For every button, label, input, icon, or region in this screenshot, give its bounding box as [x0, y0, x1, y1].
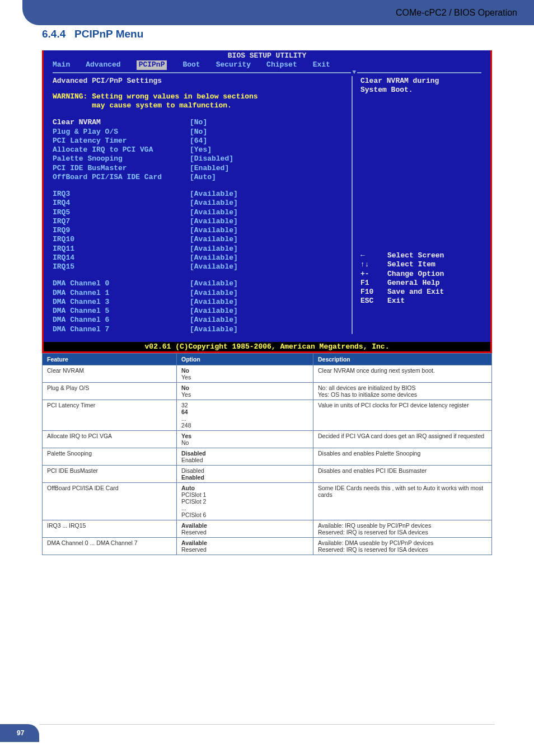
option-value: PCISlot 6 [181, 511, 308, 518]
bios-setting-value: [Available] [190, 217, 238, 226]
option-value: Yes [181, 374, 308, 381]
option-value: 32 [181, 402, 308, 408]
table-row: PCI Latency Timer3264...248Value in unit… [43, 400, 492, 430]
bios-nav-text: Select Screen [387, 251, 444, 260]
bios-copyright: v02.61 (C)Copyright 1985-2006, American … [44, 342, 490, 351]
bios-setting-row[interactable]: PCI Latency Timer[64] [53, 137, 352, 145]
bios-setting-row[interactable]: IRQ15[Available] [53, 262, 352, 271]
bios-setting-label: Clear NVRAM [53, 118, 190, 127]
bios-setting-value: [Available] [190, 226, 238, 235]
bios-setting-value: [Available] [190, 190, 238, 199]
cell-option: NoYes [177, 365, 313, 382]
bios-tab-chipset[interactable]: Chipset [266, 60, 297, 69]
bios-setting-row[interactable]: IRQ7[Available] [53, 217, 352, 226]
bios-setting-label: PCI Latency Timer [53, 137, 190, 145]
page-footer: 97 [0, 724, 534, 742]
bios-setting-row[interactable]: DMA Channel 3[Available] [53, 298, 352, 307]
bios-screen: BIOS SETUP UTILITY MainAdvancedPCIPnPBoo… [44, 50, 490, 342]
bios-tab-security[interactable]: Security [216, 60, 251, 69]
bios-setting-row[interactable]: Clear NVRAM[No] [53, 118, 352, 127]
bios-setting-value: [No] [190, 118, 207, 127]
bios-setting-row[interactable]: Allocate IRQ to PCI VGA[Yes] [53, 145, 352, 154]
breadcrumb: COMe-cPC2 / BIOS Operation [396, 8, 517, 18]
bios-setting-row[interactable]: PCI IDE BusMaster[Enabled] [53, 164, 352, 173]
option-value: No [181, 367, 308, 374]
bios-setting-label: Plug & Play O/S [53, 128, 190, 137]
bios-nav-key: ← [360, 251, 387, 260]
option-value: Disabled [181, 467, 308, 474]
bios-setting-value: [Available] [190, 208, 238, 217]
bios-setting-value: [Yes] [190, 145, 212, 154]
bios-setting-row[interactable]: DMA Channel 6[Available] [53, 316, 352, 325]
bios-setting-value: [Available] [190, 253, 238, 262]
bios-tab-boot[interactable]: Boot [182, 60, 200, 69]
bios-panel-heading: Advanced PCI/PnP Settings [53, 77, 352, 86]
cell-feature: DMA Channel 0 ... DMA Channel 7 [43, 537, 177, 555]
cell-option: DisabledEnabled [177, 448, 313, 465]
bios-setting-label: Allocate IRQ to PCI VGA [53, 145, 190, 154]
bios-setting-row[interactable]: IRQ10[Available] [53, 235, 352, 244]
bios-setting-row[interactable]: Palette Snooping[Disabled] [53, 154, 352, 163]
bios-tab-main[interactable]: Main [53, 60, 70, 69]
cell-description: No: all devices are initialized by BIOS … [313, 382, 492, 400]
bios-setting-label: IRQ4 [53, 199, 190, 208]
bios-setting-row[interactable]: IRQ4[Available] [53, 199, 352, 208]
bios-setting-row[interactable]: OffBoard PCI/ISA IDE Card[Auto] [53, 173, 352, 182]
th-feature: Feature [43, 353, 177, 365]
bios-setting-label: IRQ11 [53, 245, 190, 253]
bios-setting-label: IRQ3 [53, 190, 190, 199]
table-row: Allocate IRQ to PCI VGAYesNoDecided if P… [43, 430, 492, 448]
cell-feature: IRQ3 ... IRQ15 [43, 520, 177, 537]
cell-description: Disables and enables Palette Snooping [313, 448, 492, 465]
bios-tab-advanced[interactable]: Advanced [86, 60, 120, 69]
bios-setting-row[interactable]: IRQ11[Available] [53, 245, 352, 253]
bios-nav-hint: ←Select Screen [360, 251, 481, 260]
bios-nav-hint: ↑↓Select Item [360, 260, 481, 269]
bios-setting-row[interactable]: DMA Channel 7[Available] [53, 325, 352, 334]
bios-setting-row[interactable]: IRQ9[Available] [53, 226, 352, 235]
bios-nav-hint: F1General Help [360, 279, 481, 288]
bios-setting-value: [Disabled] [190, 154, 233, 163]
option-value: Disabled [181, 450, 308, 457]
cell-option: DisabledEnabled [177, 465, 313, 482]
bios-setting-label: IRQ9 [53, 226, 190, 235]
cell-description: Available: DMA useable by PCI/PnP device… [313, 537, 492, 555]
bios-tab-pcipnp[interactable]: PCIPnP [137, 60, 167, 69]
bios-setting-row[interactable]: DMA Channel 5[Available] [53, 307, 352, 316]
bios-setting-label: IRQ5 [53, 208, 190, 217]
cell-option: NoYes [177, 382, 313, 400]
bios-title: BIOS SETUP UTILITY [45, 51, 489, 60]
option-value: 248 [181, 422, 308, 429]
bios-setting-row[interactable]: DMA Channel 0[Available] [53, 279, 352, 288]
bios-nav-key: ESC [360, 297, 387, 306]
bios-setting-label: DMA Channel 1 [53, 289, 190, 298]
bios-setting-row[interactable]: Plug & Play O/S[No] [53, 128, 352, 137]
bios-setting-value: [Available] [190, 262, 238, 271]
bios-setting-row[interactable]: IRQ5[Available] [53, 208, 352, 217]
bios-setting-value: [Available] [190, 307, 238, 316]
th-option: Option [177, 353, 313, 365]
table-row: PCI IDE BusMasterDisabledEnabledDisables… [43, 465, 492, 482]
cell-description: Disables and enables PCI IDE Busmaster [313, 465, 492, 482]
bios-nav-text: General Help [387, 279, 440, 288]
cell-description: Decided if PCI VGA card does get an IRQ … [313, 430, 492, 448]
bios-nav-key: F1 [360, 279, 387, 288]
bios-setting-label: DMA Channel 6 [53, 316, 190, 325]
bios-setting-row[interactable]: DMA Channel 1[Available] [53, 289, 352, 298]
bios-setting-label: DMA Channel 5 [53, 307, 190, 316]
cell-option: AvailableReserved [177, 537, 313, 555]
option-value: 64 [181, 408, 308, 415]
option-value: PCISlot 2 [181, 498, 308, 505]
bios-container: BIOS SETUP UTILITY MainAdvancedPCIPnPBoo… [42, 50, 492, 353]
bios-help-line: System Boot. [360, 86, 481, 95]
bios-setting-row[interactable]: IRQ14[Available] [53, 253, 352, 262]
cell-option: AutoPCISlot 1PCISlot 2...PCISlot 6 [177, 482, 313, 520]
option-value: Yes [181, 391, 308, 398]
cell-feature: Allocate IRQ to PCI VGA [43, 430, 177, 448]
bios-setting-label: IRQ7 [53, 217, 190, 226]
bios-setting-value: [Enabled] [190, 164, 229, 173]
bios-tab-exit[interactable]: Exit [313, 60, 330, 69]
cell-description: Available: IRQ useable by PCI/PnP device… [313, 520, 492, 537]
table-row: Clear NVRAMNoYesClear NVRAM once during … [43, 365, 492, 382]
bios-setting-row[interactable]: IRQ3[Available] [53, 190, 352, 199]
